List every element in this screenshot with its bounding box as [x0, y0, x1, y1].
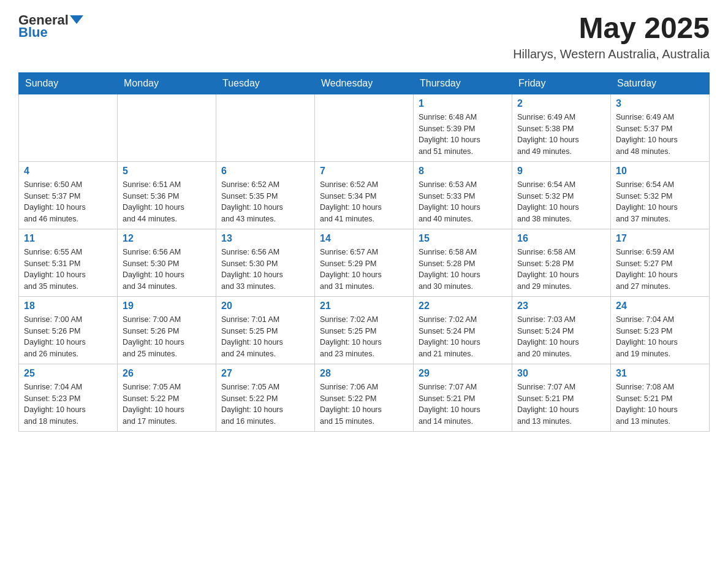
day-info: Sunrise: 6:54 AMSunset: 5:32 PMDaylight:…: [616, 179, 704, 225]
day-info: Sunrise: 6:51 AMSunset: 5:36 PMDaylight:…: [123, 179, 211, 225]
day-number: 2: [517, 98, 605, 109]
calendar-cell: 7Sunrise: 6:52 AMSunset: 5:34 PMDaylight…: [315, 161, 414, 229]
day-info: Sunrise: 7:01 AMSunset: 5:25 PMDaylight:…: [221, 314, 309, 360]
calendar-table: Sunday Monday Tuesday Wednesday Thursday…: [18, 72, 710, 432]
calendar-cell: 30Sunrise: 7:07 AMSunset: 5:21 PMDayligh…: [512, 364, 611, 431]
calendar-cell: 9Sunrise: 6:54 AMSunset: 5:32 PMDaylight…: [512, 161, 611, 229]
title-block: May 2025 Hillarys, Western Australia, Au…: [513, 12, 710, 61]
day-info: Sunrise: 6:56 AMSunset: 5:30 PMDaylight:…: [221, 247, 309, 293]
calendar-cell: 11Sunrise: 6:55 AMSunset: 5:31 PMDayligh…: [19, 229, 118, 296]
day-number: 14: [320, 233, 408, 244]
day-number: 9: [517, 166, 605, 177]
calendar-header-row: Sunday Monday Tuesday Wednesday Thursday…: [19, 72, 710, 94]
day-number: 8: [419, 166, 507, 177]
day-info: Sunrise: 7:07 AMSunset: 5:21 PMDaylight:…: [419, 381, 507, 427]
calendar-cell: 5Sunrise: 6:51 AMSunset: 5:36 PMDaylight…: [118, 161, 216, 229]
calendar-cell: [216, 94, 315, 161]
day-info: Sunrise: 6:49 AMSunset: 5:38 PMDaylight:…: [517, 112, 605, 158]
logo: General Blue: [18, 12, 83, 40]
day-number: 3: [616, 98, 704, 109]
location-subtitle: Hillarys, Western Australia, Australia: [513, 47, 710, 61]
calendar-cell: 27Sunrise: 7:05 AMSunset: 5:22 PMDayligh…: [216, 364, 315, 431]
day-number: 15: [419, 233, 507, 244]
week-row-1: 1Sunrise: 6:48 AMSunset: 5:39 PMDaylight…: [19, 94, 710, 161]
calendar-cell: 17Sunrise: 6:59 AMSunset: 5:27 PMDayligh…: [611, 229, 710, 296]
day-number: 17: [616, 233, 704, 244]
day-number: 10: [616, 166, 704, 177]
calendar-cell: 10Sunrise: 6:54 AMSunset: 5:32 PMDayligh…: [611, 161, 710, 229]
day-info: Sunrise: 7:05 AMSunset: 5:22 PMDaylight:…: [221, 381, 309, 427]
day-number: 30: [517, 368, 605, 379]
calendar-cell: 31Sunrise: 7:08 AMSunset: 5:21 PMDayligh…: [611, 364, 710, 431]
day-info: Sunrise: 6:54 AMSunset: 5:32 PMDaylight:…: [517, 179, 605, 225]
day-number: 29: [419, 368, 507, 379]
logo-text-blue: Blue: [18, 25, 48, 40]
calendar-cell: 3Sunrise: 6:49 AMSunset: 5:37 PMDaylight…: [611, 94, 710, 161]
calendar-cell: 19Sunrise: 7:00 AMSunset: 5:26 PMDayligh…: [118, 296, 216, 364]
day-info: Sunrise: 7:08 AMSunset: 5:21 PMDaylight:…: [616, 381, 704, 427]
day-number: 16: [517, 233, 605, 244]
calendar-cell: 1Sunrise: 6:48 AMSunset: 5:39 PMDaylight…: [414, 94, 512, 161]
day-number: 7: [320, 166, 408, 177]
calendar-cell: 28Sunrise: 7:06 AMSunset: 5:22 PMDayligh…: [315, 364, 414, 431]
day-info: Sunrise: 6:56 AMSunset: 5:30 PMDaylight:…: [123, 247, 211, 293]
calendar-cell: 21Sunrise: 7:02 AMSunset: 5:25 PMDayligh…: [315, 296, 414, 364]
day-info: Sunrise: 6:52 AMSunset: 5:34 PMDaylight:…: [320, 179, 408, 225]
day-info: Sunrise: 7:02 AMSunset: 5:24 PMDaylight:…: [419, 314, 507, 360]
day-info: Sunrise: 6:49 AMSunset: 5:37 PMDaylight:…: [616, 112, 704, 158]
day-info: Sunrise: 7:03 AMSunset: 5:24 PMDaylight:…: [517, 314, 605, 360]
calendar-cell: 2Sunrise: 6:49 AMSunset: 5:38 PMDaylight…: [512, 94, 611, 161]
calendar-cell: 4Sunrise: 6:50 AMSunset: 5:37 PMDaylight…: [19, 161, 118, 229]
day-number: 27: [221, 368, 309, 379]
col-friday: Friday: [512, 72, 611, 94]
calendar-cell: [118, 94, 216, 161]
day-info: Sunrise: 6:55 AMSunset: 5:31 PMDaylight:…: [24, 247, 112, 293]
calendar-cell: 13Sunrise: 6:56 AMSunset: 5:30 PMDayligh…: [216, 229, 315, 296]
day-info: Sunrise: 6:57 AMSunset: 5:29 PMDaylight:…: [320, 247, 408, 293]
calendar-cell: 18Sunrise: 7:00 AMSunset: 5:26 PMDayligh…: [19, 296, 118, 364]
calendar-cell: 29Sunrise: 7:07 AMSunset: 5:21 PMDayligh…: [414, 364, 512, 431]
day-info: Sunrise: 7:04 AMSunset: 5:23 PMDaylight:…: [616, 314, 704, 360]
month-year-title: May 2025: [513, 12, 710, 45]
day-info: Sunrise: 6:58 AMSunset: 5:28 PMDaylight:…: [517, 247, 605, 293]
calendar-cell: 16Sunrise: 6:58 AMSunset: 5:28 PMDayligh…: [512, 229, 611, 296]
day-number: 28: [320, 368, 408, 379]
day-number: 12: [123, 233, 211, 244]
week-row-3: 11Sunrise: 6:55 AMSunset: 5:31 PMDayligh…: [19, 229, 710, 296]
day-info: Sunrise: 7:05 AMSunset: 5:22 PMDaylight:…: [123, 381, 211, 427]
day-number: 25: [24, 368, 112, 379]
week-row-4: 18Sunrise: 7:00 AMSunset: 5:26 PMDayligh…: [19, 296, 710, 364]
day-number: 26: [123, 368, 211, 379]
day-number: 4: [24, 166, 112, 177]
day-number: 22: [419, 301, 507, 312]
day-number: 11: [24, 233, 112, 244]
day-number: 6: [221, 166, 309, 177]
day-number: 13: [221, 233, 309, 244]
col-saturday: Saturday: [611, 72, 710, 94]
day-number: 5: [123, 166, 211, 177]
calendar-cell: 24Sunrise: 7:04 AMSunset: 5:23 PMDayligh…: [611, 296, 710, 364]
day-info: Sunrise: 6:59 AMSunset: 5:27 PMDaylight:…: [616, 247, 704, 293]
calendar-cell: [315, 94, 414, 161]
day-info: Sunrise: 6:58 AMSunset: 5:28 PMDaylight:…: [419, 247, 507, 293]
calendar-cell: 26Sunrise: 7:05 AMSunset: 5:22 PMDayligh…: [118, 364, 216, 431]
col-sunday: Sunday: [19, 72, 118, 94]
day-info: Sunrise: 7:00 AMSunset: 5:26 PMDaylight:…: [24, 314, 112, 360]
calendar-cell: 22Sunrise: 7:02 AMSunset: 5:24 PMDayligh…: [414, 296, 512, 364]
day-number: 21: [320, 301, 408, 312]
page-header: General Blue May 2025 Hillarys, Western …: [18, 12, 710, 61]
calendar-cell: 20Sunrise: 7:01 AMSunset: 5:25 PMDayligh…: [216, 296, 315, 364]
calendar-cell: 25Sunrise: 7:04 AMSunset: 5:23 PMDayligh…: [19, 364, 118, 431]
day-number: 1: [419, 98, 507, 109]
day-info: Sunrise: 6:53 AMSunset: 5:33 PMDaylight:…: [419, 179, 507, 225]
day-info: Sunrise: 7:06 AMSunset: 5:22 PMDaylight:…: [320, 381, 408, 427]
day-info: Sunrise: 7:02 AMSunset: 5:25 PMDaylight:…: [320, 314, 408, 360]
day-info: Sunrise: 7:04 AMSunset: 5:23 PMDaylight:…: [24, 381, 112, 427]
day-info: Sunrise: 6:52 AMSunset: 5:35 PMDaylight:…: [221, 179, 309, 225]
day-info: Sunrise: 7:00 AMSunset: 5:26 PMDaylight:…: [123, 314, 211, 360]
calendar-cell: 15Sunrise: 6:58 AMSunset: 5:28 PMDayligh…: [414, 229, 512, 296]
calendar-cell: 12Sunrise: 6:56 AMSunset: 5:30 PMDayligh…: [118, 229, 216, 296]
day-info: Sunrise: 6:48 AMSunset: 5:39 PMDaylight:…: [419, 112, 507, 158]
col-thursday: Thursday: [414, 72, 512, 94]
week-row-5: 25Sunrise: 7:04 AMSunset: 5:23 PMDayligh…: [19, 364, 710, 431]
